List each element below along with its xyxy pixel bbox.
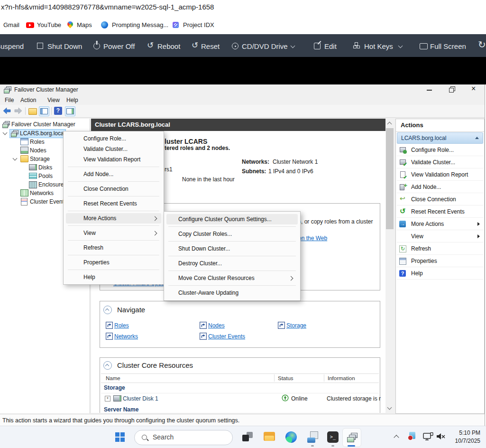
edge-icon[interactable] bbox=[285, 431, 298, 444]
scrollbar-thumb[interactable] bbox=[386, 128, 394, 229]
bookmark-idx[interactable]: Project IDX bbox=[183, 22, 214, 28]
resource-disk-name[interactable]: Cluster Disk 1 bbox=[123, 395, 158, 402]
navigate-networks-link[interactable]: Networks bbox=[114, 333, 138, 340]
chevron-down-icon[interactable] bbox=[291, 44, 295, 48]
action-properties[interactable]: Properties bbox=[397, 255, 483, 267]
collapse-chevron-icon[interactable] bbox=[3, 131, 8, 135]
vm-hotkeys-button[interactable]: Hot Keys bbox=[364, 42, 393, 50]
column-status[interactable]: Status bbox=[278, 375, 293, 382]
refresh-console-icon[interactable]: ↻ bbox=[478, 41, 486, 49]
menu-item-properties[interactable]: Properties bbox=[64, 257, 164, 268]
bookmark-youtube[interactable]: YouTube bbox=[37, 22, 61, 28]
menu-item-validate-cluster[interactable]: Validate Cluster... bbox=[64, 144, 164, 154]
vm-shutdown-button[interactable]: Shut Down bbox=[47, 42, 82, 50]
action-more-actions[interactable]: → More Actions bbox=[397, 218, 483, 230]
restore-button[interactable] bbox=[449, 86, 455, 93]
action-view-validation-report[interactable]: ✔ View Validation Report bbox=[397, 168, 483, 181]
bookmark-gmail[interactable]: Gmail bbox=[3, 22, 19, 28]
tray-display-icon[interactable] bbox=[423, 432, 433, 443]
submenu-item-copy-cluster-roles[interactable]: Copy Cluster Roles... bbox=[164, 229, 300, 239]
show-action-pane-icon[interactable] bbox=[65, 106, 75, 116]
vm-edit-button[interactable]: Edit bbox=[324, 42, 337, 50]
tray-mute-icon[interactable] bbox=[436, 432, 446, 443]
menu-view[interactable]: View bbox=[47, 97, 60, 103]
column-information[interactable]: Information bbox=[328, 375, 355, 382]
tray-clock-date[interactable]: 10/7/2025 bbox=[446, 438, 480, 444]
submenu-item-move-core-resources[interactable]: Move Core Cluster Resources bbox=[164, 273, 300, 283]
action-validate-cluster[interactable]: ✔ Validate Cluster... bbox=[397, 156, 483, 168]
scroll-up-icon[interactable] bbox=[387, 122, 392, 127]
minimize-button[interactable] bbox=[427, 90, 432, 91]
menu-item-reset-recent-events[interactable]: Reset Recent Events bbox=[64, 198, 164, 209]
vm-cddvd-button[interactable]: CD/DVD Drive bbox=[242, 42, 288, 50]
server-manager-icon[interactable] bbox=[307, 431, 319, 444]
vm-fullscreen-button[interactable]: Full Screen bbox=[430, 42, 466, 50]
submenu-item-cluster-aware-updating[interactable]: Cluster-Aware Updating bbox=[164, 288, 300, 298]
action-reset-recent-events[interactable]: ↺ Reset Recent Events bbox=[397, 205, 483, 218]
scroll-down-icon[interactable] bbox=[387, 405, 392, 410]
navigate-roles-link[interactable]: Roles bbox=[114, 322, 129, 329]
menu-help[interactable]: Help bbox=[66, 97, 78, 103]
submenu-item-destroy-cluster[interactable]: Destroy Cluster... bbox=[164, 258, 300, 269]
console-tree-toggle-icon[interactable] bbox=[39, 106, 49, 116]
tree-item-roles[interactable]: Roles bbox=[30, 139, 45, 145]
action-refresh[interactable]: ↻ Refresh bbox=[397, 243, 483, 255]
action-help[interactable]: ? Help bbox=[397, 267, 483, 280]
widgets-icon[interactable] bbox=[241, 431, 254, 444]
menu-item-help[interactable]: Help bbox=[64, 272, 164, 282]
expander-icon[interactable]: + bbox=[105, 396, 110, 401]
content-scrollbar[interactable] bbox=[385, 119, 394, 413]
menu-item-close-connection[interactable]: Close Connection bbox=[64, 184, 164, 194]
networks-value[interactable]: Cluster Network 1 bbox=[273, 159, 318, 165]
menu-item-add-node[interactable]: Add Node... bbox=[64, 169, 164, 179]
folder-icon[interactable] bbox=[28, 108, 37, 115]
actions-section-header[interactable]: LCARS.borg.local bbox=[397, 132, 483, 144]
navigate-nodes-link[interactable]: Nodes bbox=[208, 322, 225, 329]
tree-item-pools[interactable]: Pools bbox=[38, 173, 53, 179]
terminal-icon[interactable]: >_ bbox=[327, 431, 339, 444]
collapse-chevron-icon[interactable] bbox=[13, 156, 18, 161]
help-icon[interactable]: ? bbox=[54, 107, 62, 115]
tree-item-events[interactable]: Cluster Events bbox=[30, 198, 67, 205]
tray-clock-time[interactable]: 5:10 PM bbox=[446, 429, 480, 436]
tree-root[interactable]: Failover Cluster Manager bbox=[11, 121, 75, 128]
close-button[interactable]: × bbox=[471, 85, 476, 92]
menu-item-view[interactable]: View bbox=[64, 228, 164, 238]
action-close-connection[interactable]: ↩ Close Connection bbox=[397, 193, 483, 205]
tree-item-cluster[interactable]: LCARS.borg.local bbox=[20, 130, 65, 137]
collapse-section-icon[interactable] bbox=[103, 306, 112, 314]
column-name[interactable]: Name bbox=[106, 375, 120, 382]
tray-chevron-up-icon[interactable] bbox=[394, 435, 399, 440]
url-text[interactable]: x?n-hfs&vmid=1409882976778&vmname=w2025-… bbox=[1, 4, 214, 10]
tree-item-disks[interactable]: Disks bbox=[38, 164, 52, 171]
menu-item-refresh[interactable]: Refresh bbox=[64, 243, 164, 253]
menu-file[interactable]: File bbox=[5, 97, 14, 103]
bookmark-maps[interactable]: Maps bbox=[77, 22, 92, 28]
vm-suspend-button[interactable]: Suspend bbox=[0, 42, 24, 50]
chevron-down-icon[interactable] bbox=[398, 44, 403, 48]
fcm-taskbar-button[interactable] bbox=[342, 428, 361, 447]
collapse-section-icon[interactable] bbox=[103, 361, 112, 370]
action-configure-role[interactable]: Configure Role... bbox=[397, 144, 483, 156]
tree-item-enclosures[interactable]: Enclosures bbox=[38, 181, 66, 188]
tree-item-networks[interactable]: Networks bbox=[30, 190, 54, 196]
start-button[interactable] bbox=[115, 432, 125, 442]
web-link-fragment[interactable]: on the Web bbox=[298, 235, 327, 242]
forward-icon[interactable] bbox=[14, 107, 22, 116]
bookmark-prompting[interactable]: Prompting Messag... bbox=[112, 22, 168, 28]
vm-reset-button[interactable]: Reset bbox=[201, 42, 220, 50]
search-box[interactable]: Search bbox=[134, 430, 233, 445]
tray-cluster-icon[interactable] bbox=[408, 432, 416, 440]
submenu-item-shut-down-cluster[interactable]: Shut Down Cluster... bbox=[164, 243, 300, 254]
file-explorer-icon[interactable] bbox=[264, 432, 276, 444]
menu-item-more-actions[interactable]: More Actions bbox=[66, 213, 161, 224]
action-view[interactable]: View bbox=[397, 230, 483, 243]
menu-item-configure-role[interactable]: Configure Role... bbox=[64, 133, 164, 144]
menu-action[interactable]: Action bbox=[20, 97, 36, 103]
navigate-storage-link[interactable]: Storage bbox=[286, 322, 306, 329]
vm-poweroff-button[interactable]: Power Off bbox=[103, 42, 135, 50]
action-add-node[interactable]: + Add Node... bbox=[397, 181, 483, 193]
navigate-events-link[interactable]: Cluster Events bbox=[208, 333, 245, 340]
vm-reboot-button[interactable]: Reboot bbox=[157, 42, 180, 50]
back-icon[interactable] bbox=[3, 107, 11, 116]
